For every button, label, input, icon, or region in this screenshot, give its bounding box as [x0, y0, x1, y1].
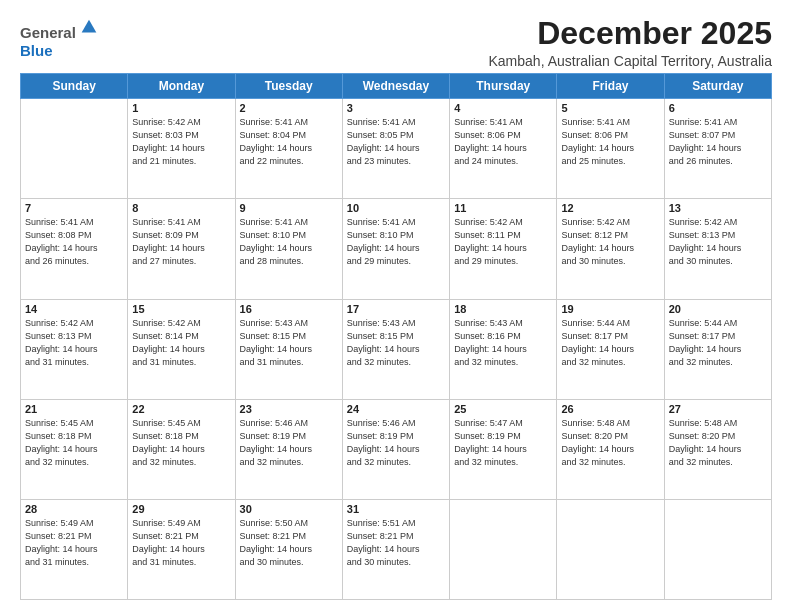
sunrise-text: Sunrise: 5:41 AM	[561, 117, 630, 127]
cell-info: Sunrise: 5:42 AMSunset: 8:11 PMDaylight:…	[454, 216, 552, 268]
sunset-text: Sunset: 8:07 PM	[669, 130, 736, 140]
sunset-text: Sunset: 8:21 PM	[240, 531, 307, 541]
cell-info: Sunrise: 5:42 AMSunset: 8:14 PMDaylight:…	[132, 317, 230, 369]
sunset-text: Sunset: 8:03 PM	[132, 130, 199, 140]
day-number: 25	[454, 403, 552, 415]
sunrise-text: Sunrise: 5:48 AM	[669, 418, 738, 428]
day-number: 5	[561, 102, 659, 114]
sunrise-text: Sunrise: 5:42 AM	[25, 318, 94, 328]
cell-info: Sunrise: 5:45 AMSunset: 8:18 PMDaylight:…	[25, 417, 123, 469]
day-number: 2	[240, 102, 338, 114]
cell-info: Sunrise: 5:41 AMSunset: 8:06 PMDaylight:…	[454, 116, 552, 168]
calendar-cell: 17Sunrise: 5:43 AMSunset: 8:15 PMDayligh…	[342, 299, 449, 399]
calendar-cell: 27Sunrise: 5:48 AMSunset: 8:20 PMDayligh…	[664, 399, 771, 499]
cell-info: Sunrise: 5:46 AMSunset: 8:19 PMDaylight:…	[347, 417, 445, 469]
calendar-cell: 19Sunrise: 5:44 AMSunset: 8:17 PMDayligh…	[557, 299, 664, 399]
daylight-text: and 25 minutes.	[561, 156, 625, 166]
cell-info: Sunrise: 5:41 AMSunset: 8:08 PMDaylight:…	[25, 216, 123, 268]
daylight-text: Daylight: 14 hours	[132, 344, 205, 354]
cell-info: Sunrise: 5:49 AMSunset: 8:21 PMDaylight:…	[132, 517, 230, 569]
cell-info: Sunrise: 5:43 AMSunset: 8:15 PMDaylight:…	[240, 317, 338, 369]
day-header-tuesday: Tuesday	[235, 74, 342, 99]
sunset-text: Sunset: 8:18 PM	[132, 431, 199, 441]
daylight-text: Daylight: 14 hours	[347, 444, 420, 454]
cell-info: Sunrise: 5:46 AMSunset: 8:19 PMDaylight:…	[240, 417, 338, 469]
cell-info: Sunrise: 5:41 AMSunset: 8:05 PMDaylight:…	[347, 116, 445, 168]
calendar-cell: 2Sunrise: 5:41 AMSunset: 8:04 PMDaylight…	[235, 99, 342, 199]
daylight-text: Daylight: 14 hours	[25, 544, 98, 554]
sunrise-text: Sunrise: 5:42 AM	[132, 117, 201, 127]
cell-info: Sunrise: 5:42 AMSunset: 8:12 PMDaylight:…	[561, 216, 659, 268]
day-header-friday: Friday	[557, 74, 664, 99]
daylight-text: Daylight: 14 hours	[347, 243, 420, 253]
sunrise-text: Sunrise: 5:42 AM	[132, 318, 201, 328]
day-number: 1	[132, 102, 230, 114]
calendar-cell: 14Sunrise: 5:42 AMSunset: 8:13 PMDayligh…	[21, 299, 128, 399]
day-number: 21	[25, 403, 123, 415]
calendar-cell: 5Sunrise: 5:41 AMSunset: 8:06 PMDaylight…	[557, 99, 664, 199]
daylight-text: and 31 minutes.	[25, 557, 89, 567]
sunrise-text: Sunrise: 5:42 AM	[561, 217, 630, 227]
day-number: 24	[347, 403, 445, 415]
daylight-text: and 28 minutes.	[240, 256, 304, 266]
week-row-4: 21Sunrise: 5:45 AMSunset: 8:18 PMDayligh…	[21, 399, 772, 499]
sunrise-text: Sunrise: 5:41 AM	[669, 117, 738, 127]
sunset-text: Sunset: 8:12 PM	[561, 230, 628, 240]
sunset-text: Sunset: 8:05 PM	[347, 130, 414, 140]
sunrise-text: Sunrise: 5:46 AM	[347, 418, 416, 428]
sunset-text: Sunset: 8:19 PM	[347, 431, 414, 441]
daylight-text: and 26 minutes.	[669, 156, 733, 166]
daylight-text: and 32 minutes.	[240, 457, 304, 467]
daylight-text: Daylight: 14 hours	[561, 444, 634, 454]
calendar-cell	[664, 499, 771, 599]
daylight-text: and 21 minutes.	[132, 156, 196, 166]
daylight-text: and 30 minutes.	[561, 256, 625, 266]
daylight-text: Daylight: 14 hours	[25, 444, 98, 454]
day-number: 26	[561, 403, 659, 415]
daylight-text: Daylight: 14 hours	[561, 243, 634, 253]
sunset-text: Sunset: 8:14 PM	[132, 331, 199, 341]
sunset-text: Sunset: 8:19 PM	[240, 431, 307, 441]
cell-info: Sunrise: 5:50 AMSunset: 8:21 PMDaylight:…	[240, 517, 338, 569]
sunset-text: Sunset: 8:17 PM	[561, 331, 628, 341]
day-number: 11	[454, 202, 552, 214]
sunset-text: Sunset: 8:10 PM	[347, 230, 414, 240]
cell-info: Sunrise: 5:41 AMSunset: 8:09 PMDaylight:…	[132, 216, 230, 268]
week-row-2: 7Sunrise: 5:41 AMSunset: 8:08 PMDaylight…	[21, 199, 772, 299]
calendar-page: General Blue December 2025 Kambah, Austr…	[0, 0, 792, 612]
cell-info: Sunrise: 5:43 AMSunset: 8:15 PMDaylight:…	[347, 317, 445, 369]
day-number: 28	[25, 503, 123, 515]
day-number: 14	[25, 303, 123, 315]
sunrise-text: Sunrise: 5:41 AM	[240, 117, 309, 127]
week-row-3: 14Sunrise: 5:42 AMSunset: 8:13 PMDayligh…	[21, 299, 772, 399]
day-number: 4	[454, 102, 552, 114]
daylight-text: Daylight: 14 hours	[132, 444, 205, 454]
sunrise-text: Sunrise: 5:43 AM	[240, 318, 309, 328]
logo-blue: Blue	[20, 42, 53, 59]
cell-info: Sunrise: 5:48 AMSunset: 8:20 PMDaylight:…	[561, 417, 659, 469]
sunset-text: Sunset: 8:06 PM	[454, 130, 521, 140]
sunset-text: Sunset: 8:13 PM	[25, 331, 92, 341]
day-number: 17	[347, 303, 445, 315]
day-number: 9	[240, 202, 338, 214]
sunset-text: Sunset: 8:15 PM	[240, 331, 307, 341]
days-header-row: SundayMondayTuesdayWednesdayThursdayFrid…	[21, 74, 772, 99]
daylight-text: Daylight: 14 hours	[240, 544, 313, 554]
cell-info: Sunrise: 5:47 AMSunset: 8:19 PMDaylight:…	[454, 417, 552, 469]
sunset-text: Sunset: 8:21 PM	[347, 531, 414, 541]
header: General Blue December 2025 Kambah, Austr…	[20, 16, 772, 69]
sunrise-text: Sunrise: 5:45 AM	[132, 418, 201, 428]
calendar-cell: 29Sunrise: 5:49 AMSunset: 8:21 PMDayligh…	[128, 499, 235, 599]
cell-info: Sunrise: 5:41 AMSunset: 8:06 PMDaylight:…	[561, 116, 659, 168]
day-number: 12	[561, 202, 659, 214]
day-number: 30	[240, 503, 338, 515]
week-row-1: 1Sunrise: 5:42 AMSunset: 8:03 PMDaylight…	[21, 99, 772, 199]
cell-info: Sunrise: 5:45 AMSunset: 8:18 PMDaylight:…	[132, 417, 230, 469]
daylight-text: Daylight: 14 hours	[240, 243, 313, 253]
cell-info: Sunrise: 5:51 AMSunset: 8:21 PMDaylight:…	[347, 517, 445, 569]
day-number: 3	[347, 102, 445, 114]
daylight-text: and 31 minutes.	[240, 357, 304, 367]
calendar-cell	[557, 499, 664, 599]
cell-info: Sunrise: 5:41 AMSunset: 8:07 PMDaylight:…	[669, 116, 767, 168]
daylight-text: Daylight: 14 hours	[240, 344, 313, 354]
